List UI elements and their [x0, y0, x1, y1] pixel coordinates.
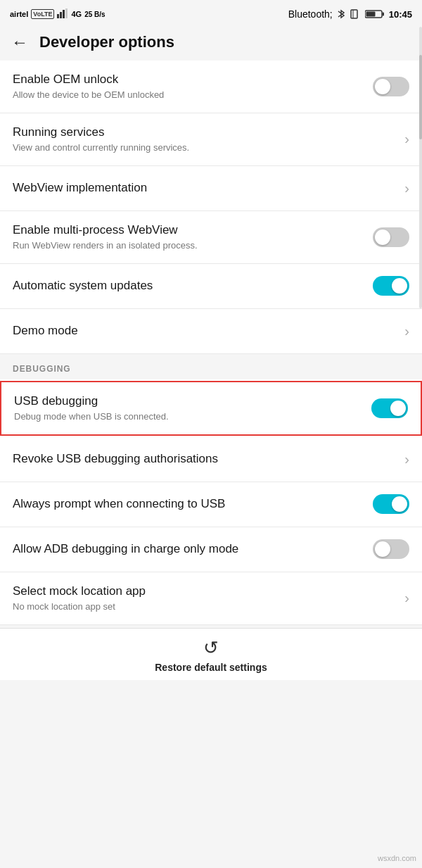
settings-item-oem-unlock[interactable]: Enable OEM unlock Allow the device to be… — [0, 61, 422, 113]
battery-icon — [365, 9, 385, 19]
signal-strength-icon — [57, 8, 68, 20]
svg-rect-2 — [63, 10, 65, 18]
settings-item-multiprocess-webview[interactable]: Enable multi-process WebView Run WebView… — [0, 211, 422, 264]
battery-indicator — [365, 9, 385, 19]
mock-location-chevron: › — [404, 590, 409, 606]
revoke-usb-chevron: › — [404, 451, 409, 467]
settings-item-revoke-usb[interactable]: Revoke USB debugging authorisations › — [0, 437, 422, 482]
settings-item-usb-debugging[interactable]: USB debugging Debug mode when USB is con… — [0, 381, 422, 436]
back-button[interactable]: ← — [11, 32, 28, 52]
status-left: airtel VoLTE 4G 25 B/s — [10, 8, 106, 20]
multiprocess-webview-toggle[interactable] — [373, 227, 409, 247]
settings-content: Enable OEM unlock Allow the device to be… — [0, 61, 422, 625]
always-prompt-usb-toggle[interactable] — [373, 494, 409, 514]
watermark: wsxdn.com — [378, 854, 416, 862]
adb-charge-only-toggle[interactable] — [373, 539, 409, 559]
time-display: 10:45 — [389, 9, 412, 20]
carrier-name: airtel — [10, 10, 28, 18]
usb-debugging-toggle[interactable] — [371, 398, 408, 418]
debugging-section-header: DEBUGGING — [0, 354, 422, 379]
settings-item-always-prompt-usb[interactable]: Always prompt when connecting to USB — [0, 482, 422, 527]
bluetooth-icon: Bluetooth; — [288, 8, 333, 20]
svg-rect-4 — [351, 10, 357, 18]
settings-item-demo-mode[interactable]: Demo mode › — [0, 309, 422, 354]
svg-rect-8 — [366, 12, 375, 17]
settings-item-adb-charge-only[interactable]: Allow ADB debugging in charge only mode — [0, 527, 422, 572]
webview-impl-chevron: › — [404, 180, 409, 196]
svg-rect-3 — [65, 8, 68, 18]
bluetooth-icon — [337, 8, 345, 20]
restore-label[interactable]: Restore default settings — [155, 662, 267, 673]
svg-rect-7 — [382, 13, 384, 16]
scrollbar-thumb — [419, 55, 422, 139]
settings-item-webview-impl[interactable]: WebView implementation › — [0, 166, 422, 211]
svg-rect-1 — [60, 12, 62, 18]
settings-item-auto-updates[interactable]: Automatic system updates — [0, 264, 422, 309]
bottom-bar: ↺ Restore default settings — [0, 628, 422, 680]
running-services-chevron: › — [404, 131, 409, 147]
settings-item-running-services[interactable]: Running services View and control curren… — [0, 113, 422, 166]
top-bar: ← Developer options — [0, 27, 422, 61]
oem-unlock-toggle[interactable] — [373, 77, 409, 96]
network-type: 4G — [71, 10, 82, 18]
status-right: Bluetooth; 10:45 — [288, 8, 412, 20]
restore-icon: ↺ — [203, 637, 219, 659]
auto-updates-toggle[interactable] — [373, 276, 409, 296]
page-title: Developer options — [39, 33, 174, 51]
svg-rect-0 — [57, 14, 59, 18]
demo-mode-chevron: › — [404, 323, 409, 339]
scrollbar-track — [419, 27, 422, 308]
data-speed: 25 B/s — [84, 11, 105, 18]
settings-item-mock-location[interactable]: Select mock location app No mock locatio… — [0, 572, 422, 625]
screen-rotate-icon — [350, 9, 361, 19]
status-bar: airtel VoLTE 4G 25 B/s Bluetooth; — [0, 0, 422, 27]
volte-badge: VoLTE — [31, 9, 54, 19]
